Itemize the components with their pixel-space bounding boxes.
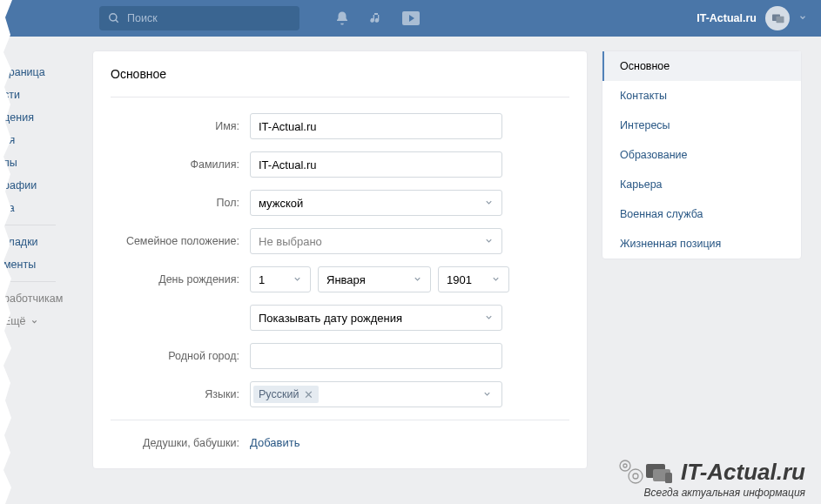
row-relationship: Семейное положение: Не выбрано <box>111 228 569 254</box>
chevron-down-icon <box>798 12 807 24</box>
label-birthday: День рождения: <box>111 273 250 286</box>
language-tag: Русский ✕ <box>253 386 319 403</box>
row-sex: Пол: мужской <box>111 190 569 216</box>
svg-rect-10 <box>665 473 672 483</box>
side-item-general[interactable]: Основное <box>602 51 801 81</box>
chevron-down-icon <box>293 273 302 286</box>
nav-item[interactable]: менты <box>3 253 78 276</box>
first-name-input[interactable] <box>250 113 502 139</box>
nav-item[interactable]: рафии <box>3 174 78 197</box>
hometown-input[interactable] <box>250 343 502 369</box>
nav-item[interactable]: дения <box>3 106 78 129</box>
form-card: Основное Имя: Фамилия: Пол: мужской <box>92 50 588 469</box>
top-header: IT-Actual.ru <box>0 0 821 37</box>
search-icon <box>108 12 120 24</box>
torn-edge <box>0 0 12 504</box>
watermark-subtitle: Всегда актуальная информация <box>615 487 805 499</box>
video-icon[interactable] <box>402 11 420 25</box>
label-grandparents: Дедушки, бабушки: <box>111 437 250 449</box>
chevron-down-icon <box>413 273 422 286</box>
svg-point-6 <box>629 469 643 483</box>
separator <box>111 420 569 420</box>
side-item-military[interactable]: Военная служба <box>602 199 801 229</box>
sex-select[interactable]: мужской <box>250 190 502 216</box>
label-relationship: Семейное положение: <box>111 235 250 247</box>
nav-more[interactable]: Ещё <box>3 310 78 333</box>
svg-line-1 <box>116 20 118 23</box>
bday-month-select[interactable]: Января <box>318 266 431 292</box>
row-first-name: Имя: <box>111 113 569 139</box>
header-user[interactable]: IT-Actual.ru <box>697 6 807 30</box>
side-item-interests[interactable]: Интересы <box>602 111 801 140</box>
notifications-icon[interactable] <box>334 10 350 26</box>
languages-input[interactable]: Русский ✕ <box>250 381 502 407</box>
row-bday-display: Показывать дату рождения <box>111 305 569 331</box>
label-hometown: Родной город: <box>111 350 250 362</box>
bday-display-select[interactable]: Показывать дату рождения <box>250 305 502 331</box>
nav-item[interactable]: пы <box>3 151 78 174</box>
svg-point-4 <box>620 460 630 471</box>
music-icon[interactable] <box>369 11 383 25</box>
remove-tag-icon[interactable]: ✕ <box>304 389 313 400</box>
row-languages: Языки: Русский ✕ <box>111 381 569 407</box>
last-name-input[interactable] <box>250 151 502 178</box>
svg-point-5 <box>623 464 627 467</box>
search-input[interactable] <box>127 12 291 24</box>
side-nav-card: Основное Контакты Интересы Образование К… <box>602 50 802 259</box>
nav-item[interactable]: ка <box>3 197 78 219</box>
nav-item[interactable]: кладки <box>3 231 78 253</box>
bday-day-select[interactable]: 1 <box>250 266 311 292</box>
side-item-education[interactable]: Образование <box>602 140 801 170</box>
add-grandparents-link[interactable]: Добавить <box>250 436 299 449</box>
main-column: Основное Имя: Фамилия: Пол: мужской <box>92 50 802 469</box>
side-item-position[interactable]: Жизненная позиция <box>602 229 801 259</box>
label-sex: Пол: <box>111 197 250 209</box>
chevron-down-icon <box>491 273 501 286</box>
card-title: Основное <box>93 51 587 97</box>
chevron-down-icon <box>484 312 494 325</box>
row-last-name: Фамилия: <box>111 151 569 178</box>
watermark: IT-Actual.ru Всегда актуальная информаци… <box>615 457 805 499</box>
row-grandparents: Дедушки, бабушки: Добавить <box>111 436 569 449</box>
chevron-down-icon <box>484 197 494 210</box>
page-body: траница сти дения ья пы рафии ка кладки … <box>0 37 821 469</box>
label-languages: Языки: <box>111 388 250 400</box>
side-item-contacts[interactable]: Контакты <box>602 81 801 111</box>
relationship-select[interactable]: Не выбрано <box>250 228 502 254</box>
chevron-down-icon <box>484 235 494 248</box>
watermark-title: IT-Actual.ru <box>681 459 805 486</box>
bday-year-select[interactable]: 1901 <box>438 266 509 292</box>
label-first-name: Имя: <box>111 120 250 132</box>
nav-item[interactable]: траница <box>3 61 78 84</box>
chevron-down-icon <box>30 318 38 326</box>
search-box[interactable] <box>99 6 299 30</box>
svg-point-7 <box>633 474 638 479</box>
nav-item[interactable]: ья <box>3 129 78 151</box>
svg-rect-3 <box>777 17 784 24</box>
side-item-career[interactable]: Карьера <box>602 170 801 199</box>
username: IT-Actual.ru <box>697 12 757 24</box>
nav-item[interactable]: сти <box>3 84 78 106</box>
chevron-down-icon <box>482 388 492 401</box>
label-last-name: Фамилия: <box>111 158 250 171</box>
gear-devices-icon <box>615 457 676 487</box>
svg-point-0 <box>110 14 117 21</box>
header-icons <box>334 10 420 26</box>
row-birthday: День рождения: 1 Января <box>111 266 569 292</box>
form-body: Имя: Фамилия: Пол: мужской <box>93 97 587 468</box>
avatar <box>765 6 790 30</box>
row-hometown: Родной город: <box>111 343 569 369</box>
nav-item[interactable]: работчикам <box>3 287 78 310</box>
